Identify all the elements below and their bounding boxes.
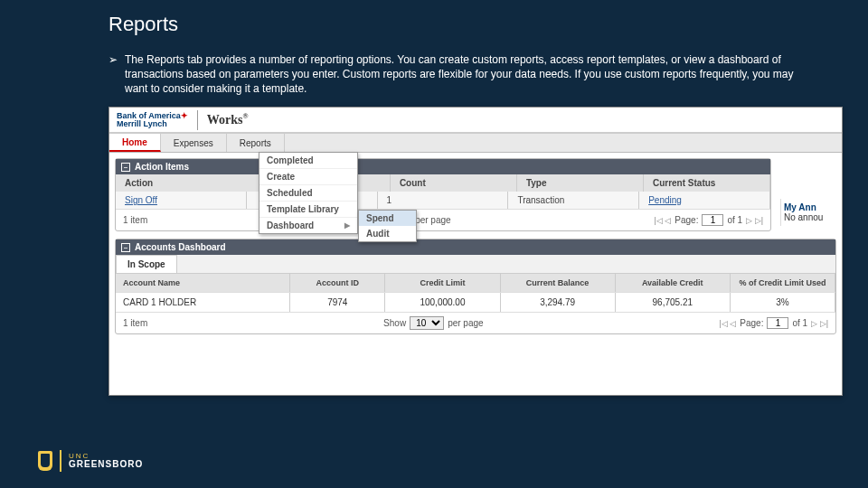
table-row: CARD 1 HOLDER 7974 100,000.00 3,294.79 9… xyxy=(116,292,835,312)
page-last[interactable]: ▷ ▷| xyxy=(746,216,763,225)
dashboard-submenu: Spend Audit xyxy=(358,210,417,242)
menu-scheduled[interactable]: Scheduled xyxy=(259,185,357,202)
page-first[interactable]: |◁ ◁ xyxy=(654,216,671,225)
announcements-panel: My Ann No annou xyxy=(780,199,842,226)
chevron-right-icon: ▶ xyxy=(344,221,350,230)
item-count: 1 item xyxy=(123,318,147,328)
tab-in-scope[interactable]: In Scope xyxy=(116,255,177,273)
main-nav: Home Expenses Reports xyxy=(109,133,842,153)
item-count: 1 item xyxy=(123,215,147,225)
submenu-audit[interactable]: Audit xyxy=(359,226,416,241)
accounts-columns: Account Name Account ID Credit Limit Cur… xyxy=(116,273,835,292)
action-items-pager: 1 item Show 10 per page |◁ ◁ Page: of 1 … xyxy=(116,209,770,230)
slide-footer: UNC GREENSBORO xyxy=(38,450,143,472)
dashboard-tabs: In Scope xyxy=(116,255,835,273)
page-input[interactable] xyxy=(702,214,723,226)
action-items-header: – Action Items xyxy=(116,159,770,174)
page-input[interactable] xyxy=(767,317,788,329)
app-screenshot: Bank of America✦ Merrill Lynch Works® Ho… xyxy=(108,107,843,396)
per-page-select[interactable]: 10 xyxy=(410,316,444,330)
menu-template-library[interactable]: Template Library xyxy=(259,202,357,218)
reports-dropdown: Completed Create Scheduled Template Libr… xyxy=(259,152,358,234)
content-area: Completed Create Scheduled Template Libr… xyxy=(109,153,842,347)
tab-reports[interactable]: Reports xyxy=(227,134,285,152)
menu-dashboard[interactable]: Dashboard▶ xyxy=(259,218,357,233)
divider xyxy=(60,450,61,472)
page-last[interactable]: ▷ ▷| xyxy=(811,319,828,328)
menu-create[interactable]: Create xyxy=(259,169,357,185)
announcements-text: No annou xyxy=(784,212,839,222)
university-name: UNC GREENSBORO xyxy=(69,453,143,469)
collapse-icon[interactable]: – xyxy=(121,243,130,252)
slide-title: Reports xyxy=(108,13,178,36)
bank-logo: Bank of America✦ Merrill Lynch xyxy=(117,112,188,128)
shield-icon xyxy=(38,451,52,471)
accounts-dashboard-panel: – Accounts Dashboard In Scope Account Na… xyxy=(115,239,836,334)
menu-completed[interactable]: Completed xyxy=(259,153,357,169)
dashboard-pager: 1 item Show 10 per page |◁ ◁ Page: of 1 … xyxy=(116,312,835,333)
status-link[interactable]: Pending xyxy=(648,195,682,205)
action-items-columns: Action Acting As Count Type Current Stat… xyxy=(116,174,770,192)
table-row: Sign Off 1 Transaction Pending xyxy=(116,192,770,209)
slide-bullet: The Reports tab provides a number of rep… xyxy=(125,52,814,97)
tab-home[interactable]: Home xyxy=(109,134,161,152)
app-header: Bank of America✦ Merrill Lynch Works® xyxy=(109,108,842,133)
page-first[interactable]: |◁ ◁ xyxy=(719,319,736,328)
collapse-icon[interactable]: – xyxy=(121,163,130,172)
announcements-heading: My Ann xyxy=(784,202,839,212)
product-logo: Works® xyxy=(207,112,249,127)
signoff-link[interactable]: Sign Off xyxy=(125,195,157,205)
action-items-panel: – Action Items Action Acting As Count Ty… xyxy=(115,158,771,231)
submenu-spend[interactable]: Spend xyxy=(359,211,416,226)
dashboard-header: – Accounts Dashboard xyxy=(116,239,835,255)
tab-expenses[interactable]: Expenses xyxy=(161,134,227,152)
divider xyxy=(197,110,198,130)
